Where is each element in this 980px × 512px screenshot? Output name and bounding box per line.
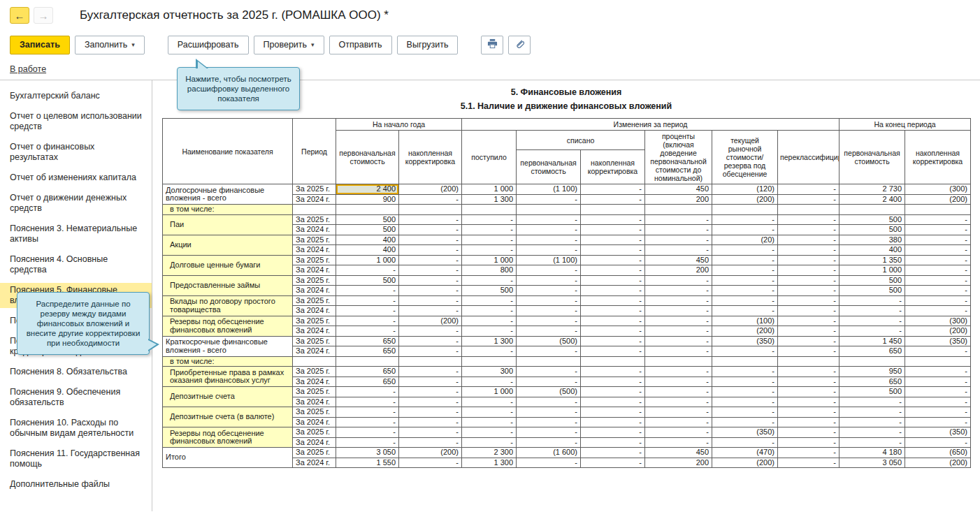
table-cell[interactable]: - (399, 255, 462, 265)
table-cell[interactable]: - (399, 235, 462, 245)
table-cell[interactable]: - (517, 235, 581, 245)
table-cell[interactable]: - (517, 376, 581, 387)
table-cell[interactable]: - (840, 427, 905, 438)
row-name-cell[interactable]: Долговые ценные бумаги (163, 255, 293, 275)
period-cell[interactable]: За 2024 г. (293, 397, 336, 407)
table-cell[interactable]: - (778, 306, 840, 316)
period-cell[interactable]: За 2025 г. (293, 367, 336, 377)
table-cell[interactable]: - (778, 458, 840, 468)
table-cell[interactable]: - (712, 376, 778, 387)
table-cell[interactable]: - (778, 265, 840, 276)
period-cell[interactable]: За 2025 г. (293, 235, 336, 245)
table-cell[interactable]: - (462, 214, 517, 225)
table-cell[interactable] (517, 356, 581, 367)
table-cell[interactable]: - (778, 376, 840, 387)
period-cell[interactable]: За 2025 г. (293, 427, 336, 438)
table-cell[interactable]: - (581, 387, 645, 397)
period-cell[interactable]: За 2024 г. (293, 265, 336, 276)
sidebar-item[interactable]: Отчет об изменениях капитала (0, 170, 152, 185)
table-cell[interactable] (905, 356, 971, 367)
table-cell[interactable] (712, 356, 778, 367)
table-cell[interactable]: 500 (840, 225, 905, 235)
period-cell[interactable]: За 2024 г. (293, 458, 336, 468)
table-cell[interactable]: - (399, 295, 462, 306)
table-cell[interactable] (399, 356, 462, 367)
table-cell[interactable]: 1 300 (462, 194, 517, 205)
table-cell[interactable]: - (336, 437, 399, 448)
table-cell[interactable]: 650 (336, 376, 399, 387)
table-cell[interactable]: - (399, 286, 462, 296)
table-cell[interactable]: - (581, 225, 645, 235)
table-cell[interactable]: - (645, 214, 712, 225)
sidebar-item[interactable]: Отчет о движении денежных средств (0, 191, 152, 216)
table-cell[interactable]: - (840, 397, 905, 407)
table-cell[interactable]: - (581, 275, 645, 286)
table-cell[interactable]: - (462, 326, 517, 337)
table-cell[interactable]: - (905, 417, 971, 427)
table-cell[interactable]: - (581, 214, 645, 225)
table-cell[interactable]: 650 (336, 367, 399, 377)
table-cell[interactable]: - (517, 214, 581, 225)
table-cell[interactable]: - (399, 306, 462, 316)
table-cell[interactable] (645, 356, 712, 367)
table-cell[interactable]: - (336, 306, 399, 316)
table-cell[interactable]: - (581, 306, 645, 316)
table-cell[interactable]: 200 (645, 265, 712, 276)
table-cell[interactable]: 500 (840, 275, 905, 286)
table-cell[interactable]: - (905, 437, 971, 448)
table-cell[interactable]: (200) (399, 448, 462, 458)
table-cell[interactable]: - (778, 255, 840, 265)
table-cell[interactable]: 1 300 (462, 336, 517, 346)
row-name-cell[interactable]: Депозитные счета (163, 387, 293, 407)
table-cell[interactable]: (470) (712, 448, 778, 458)
table-cell[interactable]: - (905, 376, 971, 387)
table-cell[interactable]: - (778, 448, 840, 458)
table-cell[interactable]: 3 050 (336, 448, 399, 458)
table-cell[interactable]: - (581, 376, 645, 387)
table-cell[interactable]: - (645, 387, 712, 397)
table-cell[interactable]: - (581, 194, 645, 205)
table-cell[interactable] (336, 205, 399, 215)
period-cell[interactable] (293, 205, 336, 215)
sidebar-item[interactable]: Пояснения 9. Обеспечения обязательств (0, 385, 152, 410)
row-name-cell[interactable]: Депозитные счета (в валюте) (163, 407, 293, 427)
table-cell[interactable]: - (462, 306, 517, 316)
table-cell[interactable]: - (778, 275, 840, 286)
table-cell[interactable]: (1 100) (517, 184, 581, 195)
table-cell[interactable]: - (399, 194, 462, 205)
table-cell[interactable]: - (712, 397, 778, 407)
table-cell[interactable]: - (645, 336, 712, 346)
table-cell[interactable]: (200) (712, 458, 778, 468)
table-cell[interactable]: - (517, 225, 581, 235)
period-cell[interactable]: За 2025 г. (293, 184, 336, 195)
table-cell[interactable]: - (905, 295, 971, 306)
sidebar-item[interactable]: Пояснения 10. Расходы по обычным видам д… (0, 416, 152, 441)
table-cell[interactable]: - (778, 397, 840, 407)
table-cell[interactable]: 900 (336, 194, 399, 205)
table-cell[interactable]: 500 (840, 286, 905, 296)
table-cell[interactable]: - (645, 306, 712, 316)
table-cell[interactable]: (300) (905, 316, 971, 326)
row-name-cell[interactable]: Долгосрочные финансовые вложения - всего (163, 184, 293, 205)
table-cell[interactable] (712, 205, 778, 215)
table-cell[interactable] (581, 356, 645, 367)
table-cell[interactable]: 650 (840, 346, 905, 357)
sidebar-item[interactable]: Пояснения 4. Основные средства (0, 252, 152, 277)
period-cell[interactable]: За 2024 г. (293, 346, 336, 357)
period-cell[interactable]: За 2025 г. (293, 407, 336, 418)
table-cell[interactable]: - (336, 397, 399, 407)
row-name-cell[interactable]: Краткосрочные финансовые вложения - всег… (163, 336, 293, 356)
sidebar-item[interactable]: Пояснения 11. Государственная помощь (0, 446, 152, 471)
table-cell[interactable]: - (462, 397, 517, 407)
table-cell[interactable]: - (462, 225, 517, 235)
row-name-cell[interactable]: Акции (163, 235, 293, 255)
table-cell[interactable]: (120) (712, 184, 778, 195)
table-cell[interactable]: 400 (336, 235, 399, 245)
back-button[interactable]: ← (10, 7, 29, 24)
table-cell[interactable]: - (336, 265, 399, 276)
table-cell[interactable]: - (336, 286, 399, 296)
table-cell[interactable]: (200) (712, 194, 778, 205)
table-cell[interactable]: (1 600) (517, 448, 581, 458)
table-cell[interactable]: 2 730 (840, 184, 905, 195)
table-cell[interactable]: 500 (336, 214, 399, 225)
